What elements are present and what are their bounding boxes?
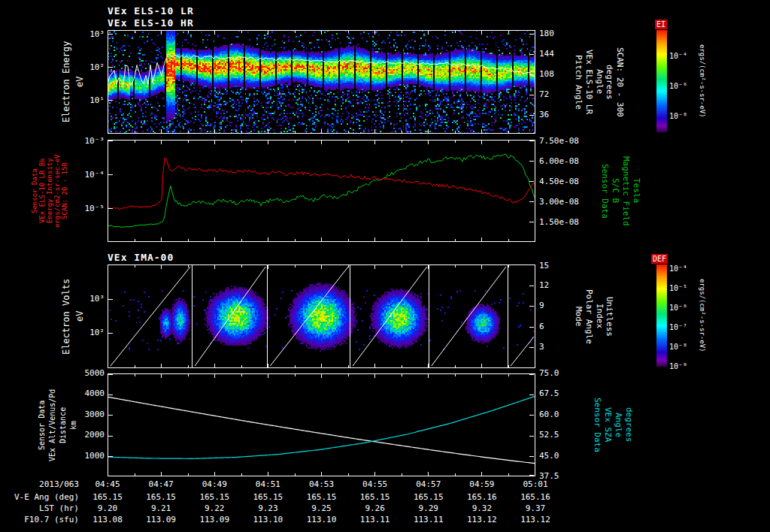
p2-bfield-tick: 3.00e-08 (539, 198, 579, 207)
p3-index-tick: 15 (539, 261, 549, 271)
p3-index-tick: 6 (539, 322, 544, 331)
time-tick-label: 04:49 (188, 480, 241, 489)
p3-right-axis-label: Polar Angle (584, 264, 593, 368)
p2-right-axis-label: S/C B (611, 140, 620, 242)
p3-index-tick: 12 (539, 281, 549, 290)
p1-right-axis-label: SCAN: 20 - 300 (615, 30, 624, 134)
footer-row-value: 113.11 (349, 515, 402, 524)
p4-left-axis-label: Sensor Data (38, 373, 46, 476)
p4-right-axis-label: Angle (614, 373, 623, 476)
p4-sza-tick: 67.5 (539, 389, 559, 398)
time-tick-label: 04:55 (349, 480, 402, 489)
footer-row-value: 165.15 (402, 493, 455, 502)
footer-row-value: 9.23 (241, 504, 294, 513)
p3-left-axis-label: eV (75, 264, 85, 368)
date-label: 2013/063 (15, 480, 79, 489)
p3-right-axis-label: Mode (574, 264, 583, 368)
p4-right-axis-label: VEx SZA (603, 373, 612, 476)
p4-sza-tick: 45.0 (539, 452, 559, 461)
els-colorbar-unit: ergs/(cm²-s-sr-eV) (698, 30, 705, 132)
footer-row-value: 9.37 (509, 504, 562, 513)
footer-row-value: 9.32 (456, 504, 508, 513)
p1-left-axis-label: eV (75, 30, 85, 134)
ima-colorbar (656, 264, 667, 367)
footer-row-value: 113.12 (509, 515, 562, 524)
footer-row-value: 9.26 (349, 504, 402, 513)
els-colorbar-tick: 10⁻⁴ (669, 52, 687, 60)
p4-left-axis-label: km (69, 373, 77, 476)
p4-left-axis-label: VEx Alt/Venus/Pd (48, 373, 56, 476)
p2-bfield-tick: 4.50e-08 (539, 177, 579, 186)
p2-bfield-tick: 7.50e-08 (539, 137, 579, 146)
p2-bfield-tick: 6.00e-08 (539, 157, 579, 166)
footer-row-value: 9.22 (188, 504, 241, 513)
p1-right-axis-label: Pitch Angle (574, 30, 583, 134)
p1-left-axis-label: Electron Energy (62, 30, 71, 134)
time-tick-label: 04:47 (135, 480, 187, 489)
p3-right-axis-label: Index (595, 264, 604, 368)
p2-right-axis-label: Magnetic Field (621, 140, 630, 242)
ima-colorbar-tick: 10⁻⁴ (669, 264, 687, 273)
footer-row-value: 165.15 (135, 493, 187, 502)
p3-index-tick: 9 (539, 301, 544, 310)
footer-row-value: 113.09 (135, 515, 187, 524)
p4-left-axis-label: Distance (59, 373, 67, 476)
ima-colorbar-tick: 10⁻⁹ (669, 362, 687, 370)
p4-right-axis-label: Sensor Data (593, 373, 602, 476)
ima-colorbar-title: DEF (651, 254, 668, 264)
footer-row-value: 113.10 (241, 515, 294, 524)
altitude-sza-plot (108, 373, 535, 476)
p1-right-axis-label: Angle (595, 30, 604, 134)
p1-pitch-tick: 144 (539, 50, 554, 59)
footer-row-value: 9.29 (402, 504, 455, 513)
footer-row-label: V-E Ang (deg) (4, 493, 79, 502)
panel1-title-line1: VEx ELS-10 LR (108, 5, 194, 17)
footer-row-value: 9.21 (135, 504, 187, 513)
footer-row-label: LST (hr) (4, 504, 79, 513)
footer-row-value: 9.25 (296, 504, 348, 513)
p1-pitch-tick: 72 (539, 90, 549, 99)
footer-row-value: 165.15 (241, 493, 294, 502)
ima-colorbar-tick: 10⁻⁶ (669, 304, 687, 312)
footer-row-value: 113.10 (296, 515, 348, 524)
footer-row-value: 165.15 (188, 493, 241, 502)
els-colorbar (656, 30, 667, 132)
footer-row-value: 113.09 (188, 515, 241, 524)
footer-row-value: 165.16 (509, 493, 562, 502)
p1-right-axis-label: degrees (605, 30, 614, 134)
els-spectrogram-plot (108, 30, 535, 134)
p2-right-axis-label: Sensor Data (600, 140, 609, 242)
time-tick-label: 04:53 (296, 480, 348, 489)
p1-right-axis-label: VEx ELS-10 LR (584, 30, 593, 134)
p4-sza-tick: 60.0 (539, 410, 559, 419)
els-colorbar-title: EI (655, 20, 667, 29)
p4-sza-tick: 52.5 (539, 431, 559, 440)
ima-spectrogram-plot (108, 264, 535, 368)
footer-row-value: 165.15 (296, 493, 348, 502)
ima-colorbar-tick: 10⁻⁸ (669, 343, 687, 351)
footer-row-value: 113.11 (402, 515, 455, 524)
time-tick-label: 05:01 (509, 480, 562, 489)
ima-colorbar-unit: ergs/(cm²-s-sr-eV) (698, 264, 705, 367)
intensity-bfield-plot (108, 140, 535, 242)
footer-row-value: 113.08 (81, 515, 134, 524)
footer-row-value: 165.15 (81, 493, 134, 502)
p3-right-axis-label: Unitless (605, 264, 614, 368)
footer-row-value: 9.20 (81, 504, 134, 513)
panel1-title-line2: VEx ELS-10 HR (108, 17, 194, 29)
ima-colorbar-tick: 10⁻⁷ (669, 323, 687, 331)
footer-row-label: F10.7 (sfu) (4, 515, 79, 524)
p2-left-axis-label: SCAN: 20 - 150 (62, 140, 69, 242)
time-tick-label: 04:51 (241, 480, 294, 489)
panel3-title: VEx IMA-00 (108, 252, 174, 263)
p1-pitch-tick: 108 (539, 70, 554, 79)
p3-index-tick: 3 (539, 343, 544, 352)
ima-colorbar-tick: 10⁻⁵ (669, 284, 687, 292)
time-tick-label: 04:45 (81, 480, 134, 489)
p2-right-axis-label: Tesla (632, 140, 641, 242)
p4-right-axis-label: degrees (624, 373, 633, 476)
p1-pitch-tick: 180 (539, 29, 554, 38)
p1-pitch-tick: 36 (539, 110, 549, 119)
p3-left-axis-label: Electron Volts (62, 264, 71, 368)
vex-orbit-multipanel-plot: VEx ELS-10 LR VEx ELS-10 HR VEx IMA-00 E… (0, 0, 770, 532)
